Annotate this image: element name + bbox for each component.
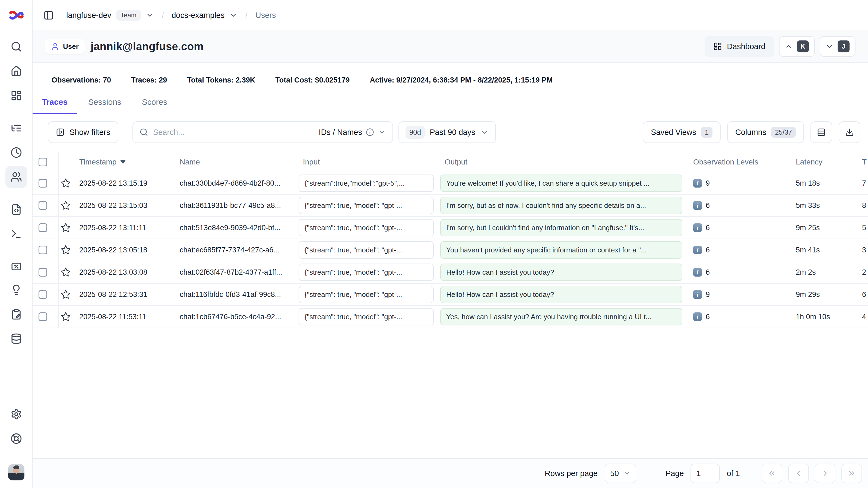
langfuse-logo-icon[interactable] [8,7,24,23]
home-icon[interactable] [10,65,23,78]
annotation-clipboard-pen-icon[interactable] [10,308,23,321]
cell-input[interactable]: {"stream": true, "model": "gpt-... [297,241,438,258]
row-checkbox[interactable] [38,179,47,187]
cell-timestamp: 2025-08-22 13:15:19 [73,179,173,187]
row-checkbox-cell [33,306,59,328]
row-checkbox[interactable] [38,246,47,254]
lightbulb-icon[interactable] [10,283,23,296]
row-checkbox[interactable] [38,268,47,277]
cell-output[interactable]: I'm sorry, but I couldn't find any infor… [438,219,687,236]
support-lifebuoy-icon[interactable] [10,432,23,445]
chevron-down-icon [378,128,386,136]
search-icon[interactable] [10,40,23,53]
cell-output[interactable]: You haven't provided any specific inform… [438,241,687,258]
chevron-down-icon [480,128,489,136]
tab-sessions[interactable]: Sessions [79,97,130,114]
row-checkbox-cell [33,239,59,261]
bookmark-star-icon[interactable] [59,262,73,283]
table-row[interactable]: 2025-08-22 13:11:11 chat:513e84e9-9039-4… [33,217,868,239]
cell-output[interactable]: You're welcome! If you'd like, I can sha… [438,175,687,192]
playground-terminal-icon[interactable] [10,227,23,241]
tab-traces[interactable]: Traces [33,97,77,114]
chevron-down-icon[interactable] [229,11,238,19]
row-checkbox[interactable] [38,201,47,210]
chevrons-right-icon [847,469,856,478]
cell-observation-levels: i6 [687,223,789,232]
column-header-timestamp[interactable]: Timestamp [73,158,173,166]
datasets-database-icon[interactable] [10,332,23,345]
cell-input[interactable]: {"stream": true, "model": "gpt-... [297,264,438,281]
breadcrumb-separator: / [162,10,164,21]
search-input[interactable] [153,128,314,137]
saved-views-button[interactable]: Saved Views 1 [643,121,721,143]
dashboard-button[interactable]: Dashboard [705,36,774,57]
langfuse-app: langfuse-dev Team / docs-examples / User… [0,0,868,488]
user-avatar[interactable] [8,464,24,480]
page-number-input[interactable] [690,464,720,483]
next-user-button[interactable]: J [820,36,856,57]
bookmark-star-icon[interactable] [59,239,73,261]
table-row[interactable]: 2025-08-22 13:05:18 chat:ec685f77-7374-4… [33,239,868,262]
last-page-button[interactable] [841,464,862,483]
stat-total-tokens: Total Tokens: 2.39K [187,76,255,84]
cell-input[interactable]: {"stream": true, "model": "gpt-... [297,308,438,326]
breadcrumb-separator: / [245,10,248,21]
search-scope-dropdown[interactable]: IDs / Names [319,128,386,137]
row-checkbox[interactable] [38,223,47,232]
cell-output[interactable]: Hello! How can I assist you today? [438,286,687,303]
columns-button[interactable]: Columns 25/37 [727,121,804,143]
next-page-button[interactable] [815,464,835,483]
users-icon[interactable] [10,171,23,183]
bookmark-star-icon[interactable] [59,194,73,216]
prev-user-button[interactable]: K [779,36,815,57]
export-button[interactable] [839,121,860,143]
tab-scores[interactable]: Scores [133,97,177,114]
cell-observation-levels: i6 [687,268,789,277]
cell-tokens-clipped: 8 [856,202,868,210]
bookmark-star-icon[interactable] [59,306,73,328]
cell-input[interactable]: {"stream": true, "model": "gpt-... [297,219,438,236]
date-range-badge: 90d [405,126,425,139]
entity-type-badge: User [45,39,85,54]
cell-latency: 5m 41s [789,246,856,254]
cell-output[interactable]: Yes, how can I assist you? Are you havin… [438,308,687,326]
evaluation-icon[interactable] [10,260,23,273]
bookmark-star-icon[interactable] [59,217,73,239]
tracing-tree-icon[interactable] [10,122,23,134]
row-checkbox[interactable] [38,290,47,299]
user-icon [51,42,59,51]
table-row[interactable]: 2025-08-22 13:15:19 chat:330bd4e7-d869-4… [33,172,868,194]
show-filters-button[interactable]: Show filters [48,121,118,143]
row-checkbox-cell [33,284,59,305]
stat-observations: Observations: 70 [52,76,111,84]
breadcrumb-project[interactable]: docs-examples [172,11,224,20]
sessions-clock-icon[interactable] [10,146,23,159]
show-filters-label: Show filters [69,128,110,137]
row-checkbox[interactable] [38,312,47,321]
dashboards-icon[interactable] [10,89,23,102]
sidebar-toggle-icon[interactable] [43,10,54,20]
first-page-button[interactable] [762,464,782,483]
table-row[interactable]: 2025-08-22 11:53:11 chat:1cb67476-b5ce-4… [33,306,868,328]
cell-input[interactable]: {"stream":true,"model":"gpt-5",... [297,175,438,192]
cell-input[interactable]: {"stream": true, "model": "gpt-... [297,197,438,214]
cell-output[interactable]: I'm sorry, but as of now, I couldn't fin… [438,197,687,214]
rows-per-page-select[interactable]: 50 [605,464,636,483]
bookmark-star-icon[interactable] [59,284,73,305]
cell-input[interactable]: {"stream": true, "model": "gpt-... [297,286,438,303]
prompts-file-code-icon[interactable] [10,203,23,216]
date-range-button[interactable]: 90d Past 90 days [398,121,496,143]
info-level-icon: i [693,312,702,321]
table-row[interactable]: 2025-08-22 13:15:03 chat:3611931b-bc77-4… [33,194,868,217]
prev-page-button[interactable] [788,464,809,483]
bookmark-star-icon[interactable] [59,172,73,194]
user-stats-row: Observations: 70 Traces: 29 Total Tokens… [33,63,868,84]
row-height-button[interactable] [810,121,832,143]
chevron-down-icon[interactable] [146,11,154,19]
table-row[interactable]: 2025-08-22 12:53:31 chat:116fbfdc-0fd3-4… [33,284,868,306]
select-all-checkbox[interactable] [38,158,47,166]
breadcrumb-org[interactable]: langfuse-dev [66,11,111,20]
cell-output[interactable]: Hello! How can I assist you today? [438,264,687,281]
table-row[interactable]: 2025-08-22 13:03:08 chat:02f63f47-87b2-4… [33,262,868,284]
settings-gear-icon[interactable] [10,408,23,421]
